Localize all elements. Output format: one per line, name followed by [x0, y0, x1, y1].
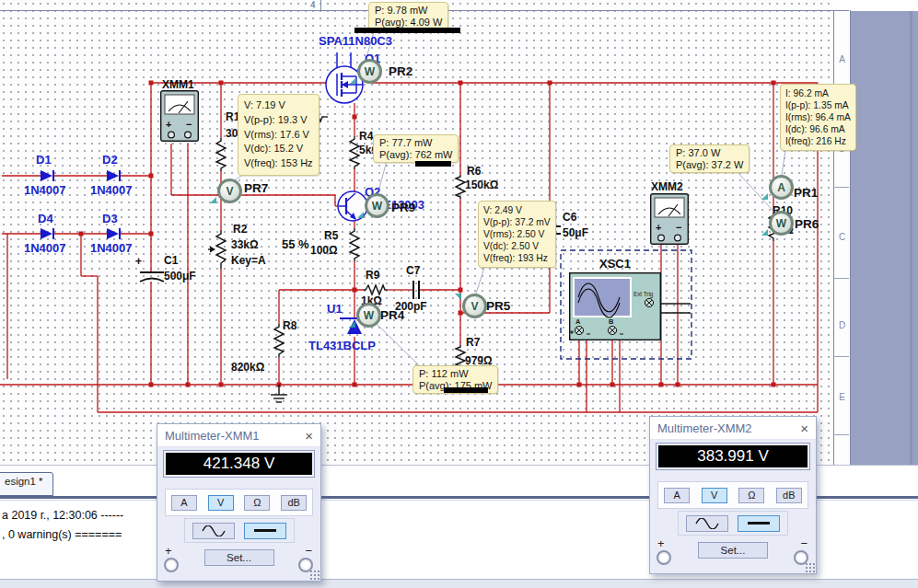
- label-r9-ref[interactable]: R9: [366, 269, 379, 282]
- multimeter-xmm2-window[interactable]: Multimeter-XMM2 × 383.991 V A V Ω dB + S…: [649, 416, 817, 574]
- label-d4-ref[interactable]: D4: [38, 212, 53, 225]
- label-r4-ref[interactable]: R4: [359, 130, 373, 143]
- ac-mode-button[interactable]: [192, 523, 235, 539]
- resistor-r5[interactable]: [350, 228, 359, 261]
- ammeter-mode-button[interactable]: A: [171, 495, 197, 511]
- label-xmm1[interactable]: XMM1: [162, 78, 194, 91]
- label-d4-value[interactable]: 1N4007: [24, 241, 66, 255]
- label-pr6[interactable]: PR6: [795, 217, 819, 231]
- plus-terminal-mark: +: [656, 222, 661, 233]
- voltmeter-mode-button[interactable]: V: [208, 495, 234, 511]
- close-icon[interactable]: ×: [305, 429, 313, 443]
- label-c1-ref[interactable]: C1: [164, 254, 178, 267]
- mode-button-panel: A V Ω dB: [657, 481, 808, 509]
- label-pr4[interactable]: PR4: [380, 308, 404, 322]
- resistor-r4[interactable]: [350, 136, 359, 169]
- label-pr9[interactable]: PR9: [391, 201, 415, 214]
- ammeter-mode-button[interactable]: A: [664, 488, 690, 503]
- channel-a-label: A: [575, 317, 581, 326]
- probe-readout-line: P: 9.78 mW: [375, 5, 442, 17]
- label-r1-value[interactable]: 30: [226, 127, 238, 140]
- label-pr7[interactable]: PR7: [244, 181, 268, 195]
- diode-d1[interactable]: [41, 170, 53, 181]
- label-c7-ref[interactable]: C7: [406, 264, 420, 277]
- set-button[interactable]: Set...: [698, 542, 768, 559]
- power-probe-pr6[interactable]: W: [769, 211, 794, 236]
- label-q1-part[interactable]: SPA11N80C3: [319, 34, 392, 48]
- label-r2-ref[interactable]: R2: [233, 223, 247, 236]
- label-r6-value[interactable]: 150kΩ: [465, 179, 498, 191]
- ohmmeter-mode-button[interactable]: Ω: [244, 495, 270, 511]
- bottom-scrollbar-strip[interactable]: [0, 579, 918, 588]
- label-u1-part[interactable]: TL431BCLP: [308, 339, 376, 352]
- label-d3-ref[interactable]: D3: [102, 212, 118, 225]
- set-button[interactable]: Set...: [204, 549, 274, 566]
- diode-d2[interactable]: [107, 170, 120, 181]
- label-u1-ref[interactable]: U1: [327, 302, 343, 316]
- oscilloscope-xsc1-icon[interactable]: Ext Trig A B: [570, 273, 661, 340]
- dc-mode-button[interactable]: [244, 523, 286, 539]
- probe-readout-voltage-pr5[interactable]: V: 2.49 V V(p-p): 37.2 mV V(rms): 2.50 V…: [478, 201, 556, 268]
- window-titlebar[interactable]: Multimeter-XMM1 ×: [157, 424, 320, 447]
- label-d3-value[interactable]: 1N4007: [90, 241, 133, 255]
- diode-d3[interactable]: [107, 228, 120, 239]
- label-pr1[interactable]: PR1: [794, 186, 818, 200]
- probe-readout-power-pr6[interactable]: P: 37.0 W P(avg): 37.2 W: [669, 144, 750, 173]
- label-d2-ref[interactable]: D2: [102, 153, 118, 167]
- probe-readout-power-q2[interactable]: P: 77.7 mW P(avg): 762 mW: [373, 134, 459, 163]
- label-d2-value[interactable]: 1N4007: [90, 183, 133, 197]
- positive-terminal[interactable]: [164, 558, 179, 572]
- label-r5-value[interactable]: 100Ω: [310, 244, 338, 257]
- label-c6-ref[interactable]: C6: [563, 211, 576, 224]
- label-r6-ref[interactable]: R6: [467, 165, 481, 178]
- decibel-mode-button[interactable]: dB: [776, 488, 802, 503]
- capacitor-c7[interactable]: [413, 281, 419, 299]
- power-probe-pr4[interactable]: W: [356, 303, 381, 328]
- resize-grip[interactable]: [309, 570, 320, 580]
- resistor-r1[interactable]: [216, 138, 226, 171]
- label-r7-ref[interactable]: R7: [466, 336, 480, 349]
- ground-symbol[interactable]: [271, 385, 287, 402]
- probe-readout-voltage-pr7[interactable]: V: 7.19 V V(p-p): 19.3 V V(rms): 17.6 V …: [238, 94, 320, 176]
- label-r5-ref[interactable]: R5: [324, 229, 338, 242]
- voltage-probe-pr5[interactable]: V: [462, 294, 487, 318]
- label-r2-value[interactable]: 33kΩ: [231, 238, 259, 251]
- current-probe-pr1[interactable]: A: [769, 175, 794, 200]
- design-tab[interactable]: esign1 *: [0, 472, 53, 496]
- label-xmm2[interactable]: XMM2: [651, 180, 683, 193]
- probe-readout-current-pr1[interactable]: I: 96.2 mA I(p-p): 1.35 mA I(rms): 96.4 …: [780, 84, 856, 151]
- display-bezel: 421.348 V: [163, 450, 315, 478]
- label-xsc1[interactable]: XSC1: [599, 257, 631, 271]
- label-pr5[interactable]: PR5: [486, 299, 510, 313]
- resize-grip[interactable]: [805, 562, 815, 572]
- label-r8-value[interactable]: 820kΩ: [231, 361, 264, 374]
- diode-d4[interactable]: [41, 228, 53, 239]
- multimeter-xmm2-icon[interactable]: + −: [651, 194, 689, 245]
- potentiometer-r2[interactable]: [208, 230, 226, 269]
- voltage-probe-pr7[interactable]: V: [217, 179, 242, 203]
- voltmeter-mode-button[interactable]: V: [702, 488, 727, 503]
- label-d1-value[interactable]: 1N4007: [24, 183, 66, 197]
- power-probe-pr9[interactable]: W: [365, 193, 389, 218]
- label-d1-ref[interactable]: D1: [36, 153, 52, 167]
- label-c1-value[interactable]: 500μF: [164, 270, 196, 282]
- probe-readout-power-q1[interactable]: P: 9.78 mW P(avg): 4.09 W: [368, 2, 448, 30]
- label-pr2[interactable]: PR2: [389, 64, 413, 78]
- multimeter-xmm1-icon[interactable]: + −: [161, 91, 199, 142]
- ac-mode-button[interactable]: [686, 515, 728, 532]
- label-r8-ref[interactable]: R8: [283, 319, 296, 332]
- positive-terminal[interactable]: [657, 550, 671, 565]
- label-r2-key[interactable]: Key=A: [231, 254, 266, 267]
- ohmmeter-mode-button[interactable]: Ω: [738, 488, 764, 503]
- multimeter-xmm1-window[interactable]: Multimeter-XMM1 × 421.348 V A V Ω dB + S…: [157, 423, 321, 582]
- dc-mode-button[interactable]: [738, 515, 780, 532]
- resistor-r9[interactable]: [364, 285, 387, 294]
- window-titlebar[interactable]: Multimeter-XMM2 ×: [650, 417, 816, 440]
- decibel-mode-button[interactable]: dB: [281, 495, 307, 511]
- power-probe-pr2[interactable]: W: [357, 59, 382, 84]
- probe-readout-line: P(avg): 37.2 W: [676, 159, 743, 171]
- label-c6-value[interactable]: 50μF: [563, 226, 588, 239]
- close-icon[interactable]: ×: [800, 421, 808, 435]
- capacitor-c1[interactable]: [140, 272, 164, 282]
- resistor-r6[interactable]: [456, 175, 465, 199]
